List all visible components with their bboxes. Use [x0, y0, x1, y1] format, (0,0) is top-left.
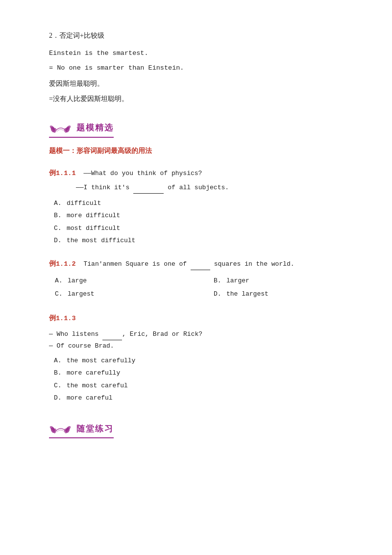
example-q1-1: ——What do you think of physics? — [84, 168, 202, 179]
option-1d: D. the most difficult — [54, 235, 353, 246]
option-2a: A. large — [55, 275, 194, 286]
options-list-3: A. the most carefully B. more carefully … — [54, 355, 353, 404]
svg-point-3 — [52, 128, 55, 130]
option-3b: B. more carefully — [54, 367, 353, 378]
timo-jingxuan-header: 题模精选 — [49, 121, 353, 138]
decorative-icon-2 — [49, 421, 73, 436]
example-q2-1: ——I think it's of all subjects. — [76, 182, 229, 194]
chinese-sentence-1: 爱因斯坦最聪明。 — [49, 77, 353, 90]
example-q1-3: — Who listens , Eric, Brad or Rick? — [49, 328, 353, 340]
svg-point-7 — [66, 128, 69, 130]
negation-comparative-section: 2．否定词+比较级 Einstein is the smartest. = No… — [49, 29, 353, 105]
example-label-1: 例1.1.1 — [49, 168, 76, 179]
options-list-1: A. difficult B. more difficult C. most d… — [54, 198, 353, 247]
svg-point-11 — [52, 429, 55, 431]
blank-3 — [102, 328, 122, 340]
example-q2-3: — Of course Brad. — [49, 340, 353, 352]
option-3a: A. the most carefully — [54, 355, 353, 366]
example-1-1-1: 例1.1.1 ——What do you think of physics? —… — [49, 168, 353, 246]
suiTang-lianxi-header: 随堂练习 — [49, 421, 353, 438]
option-2d: D. the largest — [214, 288, 353, 300]
english-sentence-2: = No one is smarter than Einstein. — [49, 62, 353, 74]
options-grid-2: A. large B. larger C. largest D. the lar… — [55, 275, 353, 301]
blank-2 — [191, 258, 210, 270]
svg-point-15 — [66, 429, 69, 431]
section-divider-2: 随堂练习 — [49, 421, 114, 438]
option-3c: C. the most careful — [54, 380, 353, 391]
example-label-2: 例1.1.2 — [49, 258, 76, 270]
option-1c: C. most difficult — [54, 223, 353, 234]
option-2b: B. larger — [214, 275, 353, 286]
example-1-1-3: 例1.1.3 — Who listens , Eric, Brad or Ric… — [49, 313, 353, 404]
blank-1 — [133, 182, 164, 194]
topic-1-title: 题模一：形容词副词最高级的用法 — [49, 145, 353, 157]
section-title-2: 随堂练习 — [76, 422, 114, 437]
decorative-icon-1 — [49, 121, 73, 136]
section-divider-1: 题模精选 — [49, 121, 114, 138]
chinese-sentence-2: =没有人比爱因斯坦聪明。 — [49, 93, 353, 105]
option-3d: D. more careful — [54, 392, 353, 404]
example-label-3: 例1.1.3 — [49, 313, 76, 325]
english-sentence-1: Einstein is the smartest. — [49, 48, 353, 59]
section-title-1: 题模精选 — [76, 121, 114, 136]
example-q1-2: Tian'anmen Square is one of squares in t… — [84, 258, 294, 270]
section-heading: 2．否定词+比较级 — [49, 29, 353, 42]
example-1-1-2: 例1.1.2 Tian'anmen Square is one of squar… — [49, 258, 353, 301]
option-2c: C. largest — [55, 288, 194, 300]
option-1a: A. difficult — [54, 198, 353, 209]
option-1b: B. more difficult — [54, 210, 353, 221]
